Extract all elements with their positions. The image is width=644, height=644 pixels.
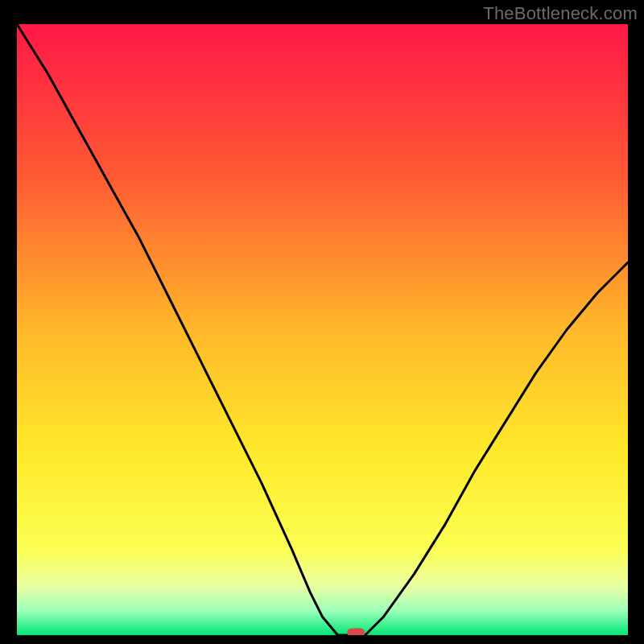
watermark-text: TheBottleneck.com bbox=[483, 3, 638, 24]
chart-svg bbox=[17, 24, 628, 635]
chart-container: TheBottleneck.com bbox=[0, 0, 644, 644]
plot-area bbox=[17, 24, 628, 635]
optimal-marker bbox=[347, 629, 365, 636]
gradient-background bbox=[17, 24, 628, 635]
